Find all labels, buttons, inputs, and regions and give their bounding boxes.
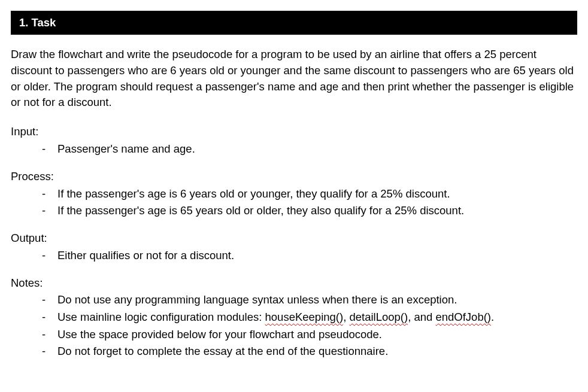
output-list: Either qualifies or not for a discount.: [11, 247, 577, 265]
notes-list: Do not use any programming language synt…: [11, 291, 577, 360]
task-header-title: 1. Task: [19, 16, 56, 29]
list-item: If the passenger's age is 6 years old or…: [42, 186, 577, 203]
list-item: Passenger's name and age.: [42, 141, 577, 158]
module-endofjob: endOfJob(): [435, 311, 491, 323]
list-item: Use the space provided below for your fl…: [42, 326, 577, 344]
input-label: Input:: [11, 124, 577, 139]
process-label: Process:: [11, 169, 577, 184]
input-list: Passenger's name and age.: [11, 141, 577, 158]
module-detailloop: detailLoop(): [349, 311, 408, 323]
note-text-prefix: Use mainline logic configuration modules…: [57, 311, 265, 323]
list-item: Do not use any programming language synt…: [42, 291, 577, 309]
list-item: Either qualifies or not for a discount.: [42, 247, 577, 265]
process-list: If the passenger's age is 6 years old or…: [11, 186, 577, 220]
module-sep: , and: [408, 311, 435, 323]
list-item: If the passenger's age is 65 years old o…: [42, 202, 577, 220]
module-tail: .: [491, 311, 494, 323]
task-intro-paragraph: Draw the flowchart and write the pseudoc…: [11, 47, 577, 111]
output-label: Output:: [11, 230, 577, 246]
list-item: Do not forget to complete the essay at t…: [42, 343, 577, 360]
notes-label: Notes:: [11, 275, 577, 291]
task-header: 1. Task: [11, 11, 577, 35]
module-sep: ,: [343, 311, 349, 323]
list-item: Use mainline logic configuration modules…: [42, 309, 577, 326]
module-housekeeping: houseKeeping(): [265, 311, 344, 323]
